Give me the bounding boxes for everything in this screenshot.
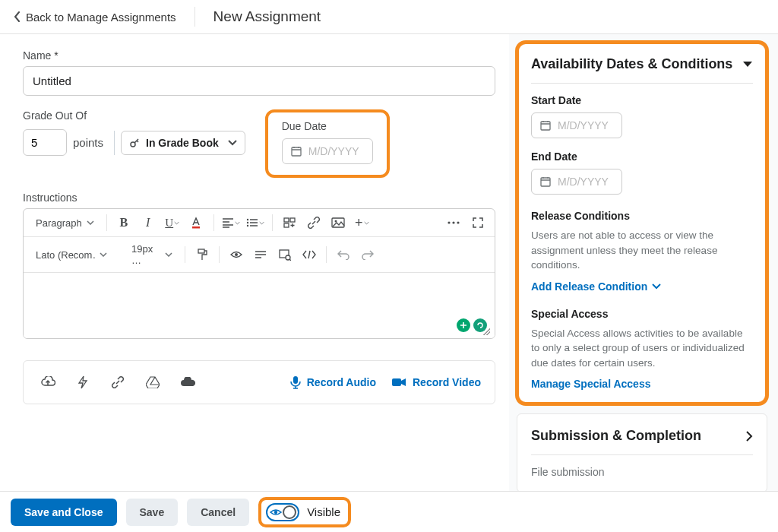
save-and-close-button[interactable]: Save and Close [11,499,117,526]
add-release-condition-link[interactable]: Add Release Condition [531,280,661,293]
text-color-icon [190,217,204,229]
image-icon [331,217,345,228]
undo-icon [337,249,349,260]
bold-button[interactable]: B [113,212,134,233]
attach-link-button[interactable] [107,372,128,393]
microphone-icon [290,375,301,389]
more-actions-button[interactable] [443,212,464,233]
undo-button[interactable] [333,244,354,265]
chevron-down-icon [259,221,264,225]
underline-button[interactable]: U [162,212,183,233]
gradebook-picker[interactable]: In Grade Book [121,131,245,155]
chevron-down-icon [87,220,94,225]
upload-cloud-button[interactable] [37,372,59,393]
visibility-toggle[interactable] [266,503,299,521]
insert-stuff-button[interactable] [279,212,300,233]
italic-button[interactable]: I [138,212,159,233]
word-count-icon [255,250,267,259]
ai-badge-1[interactable] [457,318,470,332]
svg-point-10 [334,220,337,223]
svg-point-22 [274,510,277,513]
back-link-label: Back to Manage Assignments [26,11,176,24]
grade-input[interactable] [23,129,67,156]
svg-rect-7 [290,218,295,222]
svg-rect-6 [284,218,289,222]
back-link[interactable]: Back to Manage Assignments [14,11,176,24]
code-icon [302,250,316,259]
gradebook-label: In Grade Book [146,137,219,149]
insert-stuff-icon [283,217,296,228]
ai-badge-2[interactable] [473,318,487,332]
due-date-placeholder: M/D/YYYY [308,145,359,157]
chevron-down-icon [652,283,661,290]
grade-separator [114,131,115,155]
rte-block-style[interactable]: Paragraph [30,214,100,232]
header-divider [194,7,195,27]
start-date-input[interactable]: M/D/YYYY [531,112,622,138]
visibility-highlight: Visible [258,497,351,527]
video-icon [391,377,406,388]
availability-header[interactable]: Availability Dates & Conditions [531,56,753,72]
submission-subtitle: File submission [531,466,753,478]
special-access-title: Special Access [531,308,753,320]
google-drive-button[interactable] [142,372,163,393]
svg-rect-8 [284,223,289,227]
list-button[interactable] [245,212,266,233]
source-code-button[interactable] [299,244,320,265]
preview-icon [279,249,291,261]
rte-font-size[interactable]: 19px … [125,240,179,269]
rte-toolbar-1: Paragraph B I U + [24,209,495,237]
main-area: Name * Grade Out Of points In Grade Book [0,34,778,498]
svg-point-15 [235,253,238,256]
google-drive-icon [146,376,160,388]
onedrive-button[interactable] [177,372,198,393]
align-button[interactable] [220,212,242,233]
word-count-button[interactable] [250,244,271,265]
ellipsis-icon [447,220,460,225]
accessibility-checker-button[interactable] [226,244,247,265]
fullscreen-button[interactable] [467,212,489,233]
manage-special-access-link[interactable]: Manage Special Access [531,378,650,390]
preview-button[interactable] [274,244,296,265]
save-button[interactable]: Save [126,499,179,526]
link-icon [111,375,125,389]
chevron-left-icon [14,11,21,22]
due-date-label: Due Date [282,120,373,132]
page-header: Back to Manage Assignments New Assignmen… [0,0,778,34]
quicklink-button[interactable] [72,372,93,393]
rte-body[interactable] [24,273,495,338]
cancel-button[interactable]: Cancel [187,499,249,526]
record-video-button[interactable]: Record Video [391,376,481,388]
key-icon [129,138,140,148]
points-text: points [73,136,103,149]
align-icon [222,217,234,228]
name-input[interactable] [23,66,495,96]
release-conditions-title: Release Conditions [531,210,753,222]
rte-toolbar-2: Lato (Recom… 19px … [24,237,495,273]
insert-link-button[interactable] [303,212,324,233]
svg-point-12 [452,221,454,223]
format-painter-button[interactable] [191,244,213,265]
grade-label: Grade Out Of [23,109,245,122]
fullscreen-icon [473,217,483,228]
redo-icon [362,249,374,260]
record-audio-button[interactable]: Record Audio [290,375,376,389]
instructions-label: Instructions [23,192,495,204]
bolt-icon [77,375,88,389]
chevron-down-icon [100,252,107,257]
insert-image-button[interactable] [327,212,349,233]
redo-button[interactable] [357,244,378,265]
caret-down-icon [742,61,753,68]
svg-rect-14 [198,249,204,253]
svg-rect-1 [292,147,301,156]
insert-more-button[interactable]: + [352,212,373,233]
text-color-button[interactable] [186,212,207,233]
onedrive-icon [180,377,195,388]
chevron-down-icon [174,221,179,225]
due-date-input[interactable]: M/D/YYYY [282,138,373,164]
rte-font-family[interactable]: Lato (Recom… [30,246,113,264]
left-column: Name * Grade Out Of points In Grade Book [0,34,509,498]
submission-panel: Submission & Completion File submission [517,413,767,492]
end-date-input[interactable]: M/D/YYYY [531,169,622,195]
submission-header[interactable]: Submission & Completion [531,428,753,444]
